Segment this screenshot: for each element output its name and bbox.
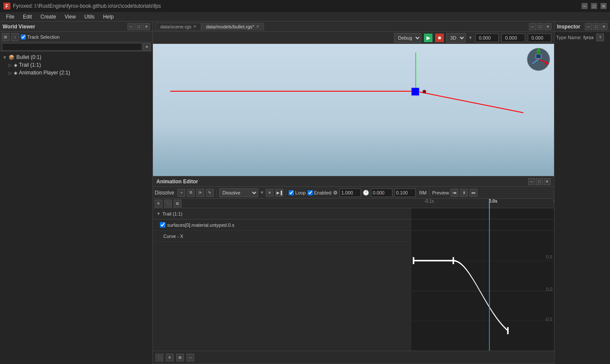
svg-rect-13 — [413, 258, 414, 264]
scene-tab-scene-label: data/scene.rgs — [160, 24, 191, 29]
debug-select[interactable]: Debug — [394, 33, 421, 43]
inspector-maximize[interactable]: □ — [593, 23, 600, 30]
anim-paste-btn[interactable]: ⟳ — [196, 189, 204, 197]
anim-play-pause-btn[interactable]: ▶▐ — [275, 189, 283, 197]
loop-label: Loop — [289, 190, 305, 195]
track-selection-checkbox[interactable] — [21, 34, 26, 40]
type-name-row: Type Name: fyrox ? — [556, 34, 608, 41]
menu-create[interactable]: Create — [36, 13, 60, 21]
coord-x-input[interactable] — [475, 34, 499, 42]
trail-section: ▼ Trail (1:1) — [153, 208, 411, 219]
scene-tab-bullet-label: data/models/bullet.rgs* — [206, 24, 254, 29]
sep2 — [286, 189, 286, 196]
anim-edit-btn[interactable]: ✎ — [206, 189, 214, 197]
menu-utils[interactable]: Utils — [80, 13, 99, 21]
anim-timeline: -0.1s 0.0s 0.1s 0.1s 0.2s — [411, 199, 554, 351]
titlebar: F Fyroxed: I:\RustEngine\fyrox-book.gith… — [0, 0, 610, 12]
scene-preview-minimize[interactable]: ─ — [529, 23, 536, 30]
world-viewer-btn2[interactable]: ↕ — [11, 33, 19, 41]
sep1 — [216, 189, 217, 196]
property-track-checkbox[interactable] — [160, 222, 165, 228]
tree-arrow-bullet: ▼ — [3, 55, 7, 60]
menu-help[interactable]: Help — [99, 13, 118, 21]
tree-icon-anim: ◈ — [14, 70, 17, 76]
loop-text: Loop — [295, 190, 305, 195]
tree-item-bullet[interactable]: ▼ 📦 Bullet (0:1) — [0, 53, 152, 61]
world-viewer-close[interactable]: ✕ — [143, 23, 150, 30]
scene-tab-scene[interactable]: data/scene.rgs ✕ — [156, 23, 201, 31]
anim-editor-maximize[interactable]: □ — [536, 178, 543, 185]
anim-bottom-btn3[interactable]: ⊞ — [176, 354, 184, 361]
anim-tracks-panel: ✕ ⬛ ⊞ ▼ Trail (1:1) — [153, 199, 411, 351]
anim-zoom-btn[interactable]: ⊞ — [174, 200, 181, 207]
stop-button[interactable]: ■ — [435, 34, 444, 42]
svg-rect-11 — [536, 54, 541, 59]
svg-point-4 — [423, 90, 426, 93]
world-viewer-search-input[interactable] — [2, 43, 142, 51]
mode-select[interactable]: 3D — [446, 33, 466, 43]
anim-bottom-btn2[interactable]: ✕ — [166, 354, 174, 361]
speed-input[interactable] — [339, 188, 361, 197]
play-button[interactable]: ▶ — [424, 34, 433, 42]
world-viewer-search-bar: ✕ — [0, 42, 152, 52]
preview-play-btn[interactable]: ⏮ — [451, 189, 458, 197]
coord-z-input[interactable] — [528, 34, 551, 42]
anim-fit-btn[interactable]: ⬛ — [164, 200, 172, 207]
anim-editor-minimize[interactable]: ─ — [528, 178, 535, 185]
menu-file[interactable]: File — [2, 13, 19, 21]
minimize-button[interactable]: ─ — [582, 3, 588, 9]
scene-tab-scene-close[interactable]: ✕ — [193, 24, 196, 29]
tree-label-bullet: Bullet (0:1) — [16, 54, 41, 60]
ruler-mark-0: 0.0s — [489, 199, 497, 204]
tree-item-trail[interactable]: ▷ ◈ Trail (1:1) — [0, 61, 152, 69]
coord-y-input[interactable] — [501, 34, 525, 42]
menubar: File Edit Create View Utils Help — [0, 12, 610, 22]
anim-editor-close[interactable]: ✕ — [544, 178, 551, 185]
scene-viewport — [153, 44, 554, 176]
scene-preview-maximize[interactable]: □ — [537, 23, 544, 30]
enabled-checkbox[interactable] — [308, 190, 313, 195]
scene-tab-bullet-close[interactable]: ✕ — [256, 24, 259, 29]
scene-canvas[interactable] — [153, 44, 554, 176]
curve-svg — [411, 231, 554, 351]
preview-next-btn[interactable]: ⏭ — [470, 189, 477, 197]
anim-name-select[interactable]: Dissolve — [219, 188, 258, 197]
time-input[interactable] — [371, 188, 392, 197]
world-viewer-panel: World Viewer ─ □ ✕ ⊞ ↕ Track Selection ✕… — [0, 22, 153, 364]
world-viewer-maximize[interactable]: □ — [135, 23, 142, 30]
inspector-close[interactable]: ✕ — [601, 23, 607, 30]
loop-checkbox[interactable] — [289, 190, 294, 195]
scene-tab-bullet[interactable]: data/models/bullet.rgs* ✕ — [201, 23, 264, 31]
scene-svg — [153, 44, 554, 176]
enabled-label: Enabled — [308, 190, 331, 195]
anim-editor-title: Animation Editor — [156, 179, 198, 185]
tree-item-anim-player[interactable]: ▷ ◈ Animation Player (2:1) — [0, 69, 152, 77]
duration-input[interactable] — [394, 188, 416, 197]
menu-view[interactable]: View — [60, 13, 80, 21]
anim-bottom-btn4[interactable]: ↔ — [187, 354, 194, 361]
anim-key-btn[interactable]: ✕ — [155, 200, 162, 207]
tree-label-trail: Trail (1:1) — [19, 62, 41, 68]
world-viewer-minimize[interactable]: ─ — [128, 23, 134, 30]
anim-bottom-btn1[interactable]: ⬛ — [156, 354, 163, 361]
close-button[interactable]: ✕ — [601, 3, 607, 9]
scene-toolbar: Debug ▶ ■ 3D ▼ — [153, 32, 554, 44]
anim-copy-btn[interactable]: ⧉ — [187, 189, 195, 197]
world-viewer-header: World Viewer ─ □ ✕ — [0, 22, 152, 32]
preview-pause-btn[interactable]: ⏸ — [460, 189, 468, 197]
type-name-label: Type Name: — [556, 35, 582, 40]
world-viewer-search-clear[interactable]: ✕ — [143, 43, 151, 51]
inspector-info-btn[interactable]: ? — [596, 34, 604, 41]
inspector-minimize[interactable]: ─ — [585, 23, 592, 30]
anim-add-btn[interactable]: + — [177, 189, 185, 197]
svg-rect-15 — [507, 328, 508, 334]
curve-track-name: Curve - X — [163, 234, 183, 239]
maximize-button[interactable]: □ — [591, 3, 597, 9]
sep3 — [429, 189, 429, 196]
axis-widget-svg — [526, 47, 551, 71]
scene-preview-close[interactable]: ✕ — [545, 23, 551, 30]
anim-delete-btn[interactable]: ✕ — [266, 189, 274, 197]
menu-edit[interactable]: Edit — [19, 13, 36, 21]
world-tree: ▼ 📦 Bullet (0:1) ▷ ◈ Trail (1:1) ▷ ◈ Ani… — [0, 52, 152, 364]
world-viewer-btn1[interactable]: ⊞ — [2, 33, 9, 41]
